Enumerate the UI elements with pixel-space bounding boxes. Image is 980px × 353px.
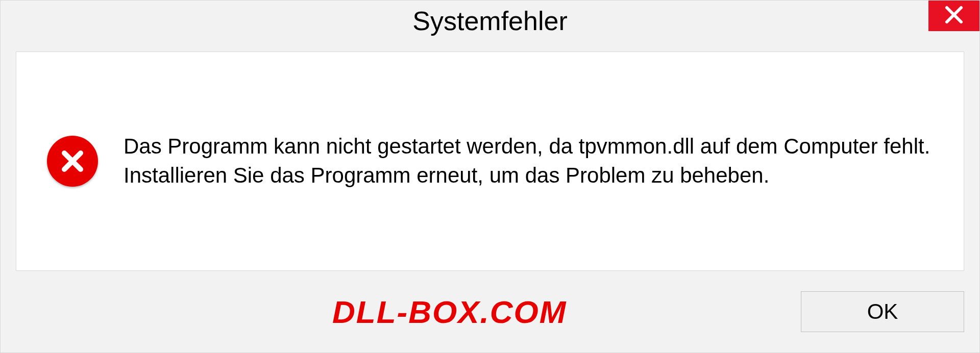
watermark-text: DLL-BOX.COM [332,294,567,330]
ok-button[interactable]: OK [801,291,964,332]
close-icon [944,5,964,27]
error-dialog: Systemfehler Das Programm kann nicht ges… [0,0,980,353]
title-bar: Systemfehler [1,1,979,41]
content-panel: Das Programm kann nicht gestartet werden… [16,52,964,271]
error-message: Das Programm kann nicht gestartet werden… [124,132,933,190]
close-button[interactable] [928,1,979,31]
button-row: DLL-BOX.COM OK [1,286,979,352]
error-icon [47,136,98,187]
dialog-title: Systemfehler [412,6,567,36]
